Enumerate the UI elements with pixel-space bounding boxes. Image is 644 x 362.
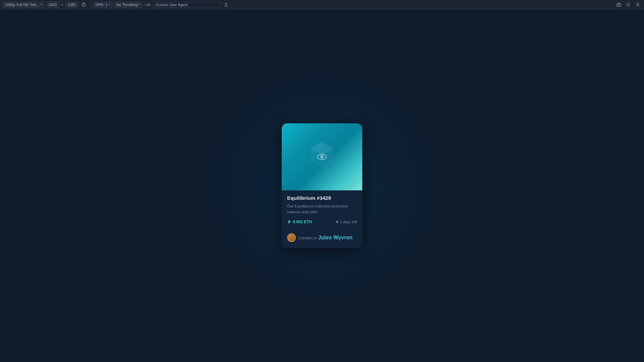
creator-info: Creation of Jules Wyvren bbox=[299, 235, 353, 241]
card-body: Equilibrium #3429 Our Equilibrium collec… bbox=[282, 190, 362, 225]
throttle-caret: ▾ bbox=[139, 3, 140, 6]
card-title: Equilibrium #3429 bbox=[287, 195, 357, 201]
viewport-width: 1920 bbox=[49, 3, 57, 7]
divider-1 bbox=[90, 2, 91, 7]
dpr-caret: ▾ bbox=[108, 3, 110, 6]
nft-card: Equilibrium #3429 Our Equilibrium collec… bbox=[282, 123, 362, 248]
resolution-caret: ▾ bbox=[41, 3, 42, 6]
svg-point-11 bbox=[321, 156, 322, 157]
viewport-width-input[interactable]: 1920 bbox=[46, 2, 59, 8]
close-icon[interactable] bbox=[634, 1, 641, 8]
nft-artwork bbox=[304, 138, 340, 175]
svg-point-4 bbox=[628, 4, 629, 5]
settings-icon[interactable] bbox=[625, 1, 632, 8]
viewport-height: 1080 bbox=[67, 3, 75, 7]
viewport-sep: × bbox=[61, 3, 63, 7]
resolution-label: 1080p Full HD Tele... bbox=[5, 3, 40, 7]
creator-avatar bbox=[287, 233, 296, 242]
screenshot-icon[interactable] bbox=[615, 1, 623, 8]
card-image bbox=[282, 123, 362, 190]
svg-rect-0 bbox=[83, 4, 85, 7]
svg-point-3 bbox=[618, 4, 620, 5]
ua-input[interactable] bbox=[153, 2, 220, 7]
touch-icon[interactable] bbox=[222, 1, 230, 8]
creator-prefix: Creation of bbox=[299, 236, 317, 240]
throttle-label: No Throttling bbox=[116, 3, 138, 7]
card-price-row: 0.041 ETH 3 days left bbox=[287, 220, 357, 224]
svg-rect-2 bbox=[617, 3, 621, 6]
page-background: Equilibrium #3429 Our Equilibrium collec… bbox=[0, 9, 644, 362]
ua-label: UA: bbox=[145, 3, 151, 7]
dpr-selector[interactable]: DPR: 1 ▾ bbox=[93, 2, 112, 8]
card-divider bbox=[287, 229, 357, 229]
creator-name: Jules Wyvren bbox=[318, 235, 353, 240]
eth-icon bbox=[287, 220, 291, 224]
time-left: 3 days left bbox=[340, 220, 357, 224]
dpr-label: DPR: 1 bbox=[96, 3, 107, 7]
svg-point-1 bbox=[225, 3, 227, 4]
creator-row: Creation of Jules Wyvren bbox=[282, 233, 362, 242]
throttle-selector[interactable]: No Throttling ▾ bbox=[114, 2, 142, 8]
time-dot-icon bbox=[336, 221, 338, 223]
price-container: 0.041 ETH bbox=[287, 220, 312, 224]
resolution-selector[interactable]: 1080p Full HD Tele... ▾ bbox=[3, 2, 44, 8]
avatar-image bbox=[288, 234, 295, 241]
viewport-height-input[interactable]: 1080 bbox=[65, 2, 78, 8]
price-value: 0.041 ETH bbox=[293, 220, 312, 224]
card-description: Our Equilibrium collection promotes bala… bbox=[287, 203, 357, 215]
devtools-bar: 1080p Full HD Tele... ▾ 644 × 362 DPR:… bbox=[0, 0, 644, 9]
time-container: 3 days left bbox=[336, 220, 357, 224]
lock-icon[interactable] bbox=[80, 1, 88, 8]
